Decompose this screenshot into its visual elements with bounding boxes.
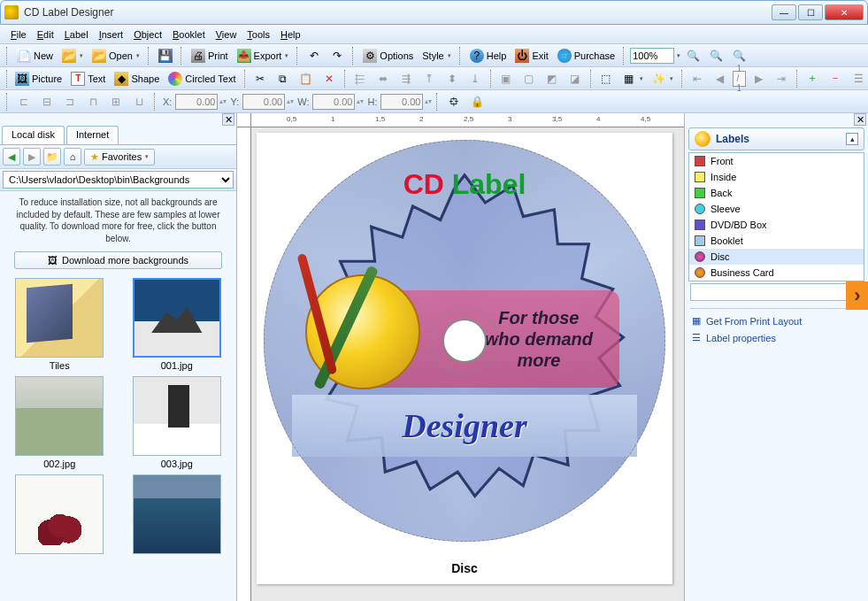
- nav-up-button[interactable]: 📁: [43, 148, 61, 166]
- link-wh-button[interactable]: ⯐: [443, 93, 465, 111]
- disc-label-page[interactable]: For thosewho demandmore Designer CD Labe…: [257, 133, 672, 584]
- new-button[interactable]: 📄New: [13, 47, 57, 65]
- bring-forward-button[interactable]: ◩: [542, 70, 563, 88]
- menu-tools[interactable]: Tools: [242, 27, 275, 42]
- copy-button[interactable]: ⧉: [273, 70, 294, 88]
- group-button[interactable]: ⬚: [595, 70, 617, 88]
- page-next-button[interactable]: ▶: [748, 70, 769, 88]
- tab-local-disk[interactable]: Local disk: [2, 126, 65, 144]
- minimize-button[interactable]: —: [772, 4, 796, 20]
- undo-button[interactable]: ↶: [303, 47, 325, 65]
- zoom-input[interactable]: [630, 48, 674, 64]
- tab-internet[interactable]: Internet: [66, 126, 119, 144]
- menu-view[interactable]: View: [211, 27, 242, 42]
- open-button[interactable]: 📂Open▾: [88, 47, 143, 65]
- menu-insert[interactable]: Insert: [94, 27, 129, 42]
- redo-button[interactable]: ↷: [326, 47, 348, 65]
- zoom-out-button[interactable]: 🔍: [705, 47, 726, 65]
- thumb-002[interactable]: 002.jpg: [4, 376, 116, 469]
- expand-arrow-button[interactable]: ›: [846, 281, 868, 310]
- help-button[interactable]: ?Help: [466, 47, 511, 65]
- snap-vcenter-button[interactable]: ⊞: [105, 93, 127, 111]
- snap-right-button[interactable]: ⊐: [59, 93, 81, 111]
- thumb-tiles[interactable]: Tiles: [4, 278, 116, 371]
- label-back[interactable]: Back: [689, 185, 864, 201]
- send-backward-button[interactable]: ◪: [565, 70, 586, 88]
- favorites-button[interactable]: ★Favorites▾: [84, 149, 155, 166]
- nav-back-button[interactable]: ◀: [3, 148, 20, 166]
- cut-button[interactable]: ✂: [250, 70, 271, 88]
- menu-help[interactable]: Help: [275, 27, 306, 42]
- purchase-button[interactable]: 🌐Purchase: [554, 47, 618, 65]
- menu-label[interactable]: Label: [59, 27, 94, 42]
- paste-button[interactable]: 📋: [296, 70, 317, 88]
- page-first-button[interactable]: ⇤: [687, 70, 708, 88]
- label-business-card[interactable]: Business Card: [689, 265, 864, 281]
- get-from-print-layout[interactable]: ▦Get From Print Layout: [685, 312, 868, 329]
- thumb-001[interactable]: 001.jpg: [121, 278, 234, 371]
- properties-button[interactable]: ☰: [848, 70, 868, 88]
- menu-booklet[interactable]: Booklet: [167, 27, 211, 42]
- label-booklet[interactable]: Booklet: [689, 233, 864, 249]
- download-backgrounds-button[interactable]: 🖼Download more backgrounds: [14, 251, 222, 269]
- label-properties[interactable]: ☰Label properties: [685, 329, 868, 346]
- shape-button[interactable]: ◆Shape: [111, 70, 163, 88]
- text-button[interactable]: TText: [67, 70, 109, 88]
- effects-button[interactable]: ✨▾: [649, 70, 677, 88]
- bring-front-button[interactable]: ▣: [495, 70, 517, 88]
- label-front[interactable]: Front: [689, 153, 864, 169]
- label-sleeve[interactable]: Sleeve: [689, 201, 864, 217]
- zoom-fit-button[interactable]: 🔍: [728, 47, 749, 65]
- w-input[interactable]: [312, 94, 355, 110]
- snap-left-button[interactable]: ⊏: [13, 93, 35, 111]
- labels-collapse-button[interactable]: ▴: [846, 133, 858, 145]
- lock-button[interactable]: 🔒: [466, 93, 488, 111]
- print-button[interactable]: 🖨Print: [188, 47, 232, 65]
- x-input[interactable]: [175, 94, 218, 110]
- align-top-button[interactable]: ⤒: [419, 70, 440, 88]
- snap-bottom-button[interactable]: ⊔: [128, 93, 150, 111]
- align-vcenter-button[interactable]: ⬍: [442, 70, 463, 88]
- path-select[interactable]: C:\Users\vlador\Desktop\bin\Backgrounds: [3, 171, 234, 189]
- label-dvd-box[interactable]: DVD/BD Box: [689, 217, 864, 233]
- remove-page-button[interactable]: －: [825, 70, 846, 88]
- zoom-dropdown[interactable]: ▾: [677, 52, 680, 59]
- options-button[interactable]: ⚙Options: [359, 47, 417, 65]
- label-inside[interactable]: Inside: [689, 169, 864, 185]
- exit-button[interactable]: ⏻Exit: [511, 47, 551, 65]
- new-from-button[interactable]: 📂▾: [58, 47, 87, 65]
- menu-file[interactable]: File: [5, 27, 32, 42]
- canvas-viewport[interactable]: For thosewho demandmore Designer CD Labe…: [251, 127, 684, 601]
- menu-object[interactable]: Object: [128, 27, 167, 42]
- menu-edit[interactable]: Edit: [32, 27, 59, 42]
- page-last-button[interactable]: ⇥: [771, 70, 792, 88]
- label-disc[interactable]: Disc: [689, 249, 864, 265]
- snap-hcenter-button[interactable]: ⊟: [36, 93, 58, 111]
- delete-button[interactable]: ✕: [319, 70, 340, 88]
- nav-home-button[interactable]: ⌂: [64, 148, 81, 166]
- align-right-button[interactable]: ⇶: [396, 70, 417, 88]
- thumb-004[interactable]: [4, 474, 116, 557]
- h-input[interactable]: [380, 94, 423, 110]
- align-bottom-button[interactable]: ⤓: [465, 70, 486, 88]
- align-hcenter-button[interactable]: ⬌: [373, 70, 394, 88]
- add-page-button[interactable]: ＋: [802, 70, 823, 88]
- maximize-button[interactable]: ☐: [798, 4, 823, 20]
- circled-text-button[interactable]: Circled Text: [165, 70, 239, 88]
- picture-button[interactable]: 🖼Picture: [12, 70, 65, 88]
- send-back-button[interactable]: ▢: [518, 70, 540, 88]
- page-prev-button[interactable]: ◀: [710, 70, 731, 88]
- grid-button[interactable]: ▦▾: [618, 70, 647, 88]
- style-button[interactable]: Style▾: [419, 49, 454, 63]
- nav-forward-button[interactable]: ▶: [23, 148, 41, 166]
- export-button[interactable]: 📤Export▾: [234, 47, 293, 65]
- thumb-003[interactable]: 003.jpg: [121, 376, 234, 469]
- y-input[interactable]: [242, 94, 285, 110]
- align-left-button[interactable]: ⬱: [350, 70, 371, 88]
- panel-close-button[interactable]: ✕: [222, 113, 234, 126]
- save-button[interactable]: 💾: [155, 47, 176, 65]
- thumb-005[interactable]: [121, 474, 234, 557]
- snap-top-button[interactable]: ⊓: [82, 93, 104, 111]
- close-button[interactable]: ✕: [825, 4, 864, 20]
- template-select[interactable]: [690, 283, 863, 301]
